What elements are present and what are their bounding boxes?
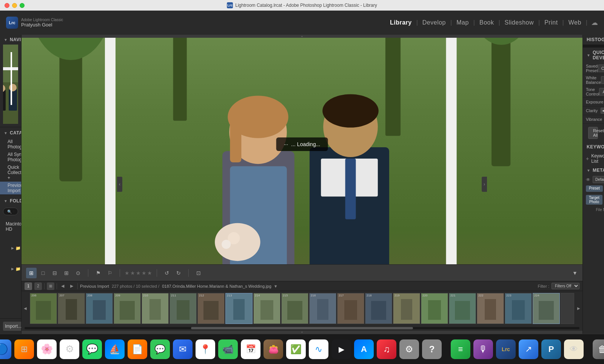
saved-preset-select[interactable]: Custom (598, 65, 604, 72)
dock-facetime[interactable]: 📹 (218, 339, 238, 359)
catalog-item-quick-collection[interactable]: Quick Collection + 7 (0, 163, 21, 182)
unflag-btn[interactable]: ⚐ (105, 268, 115, 278)
folder-item-signature-edits[interactable]: ▶ 📁 1 signature edits raw images 4 (0, 236, 21, 260)
star-4[interactable]: ★ (142, 270, 146, 276)
dock-freeform[interactable]: ∿ (309, 339, 328, 359)
film-thumb-207[interactable]: 207 (58, 293, 85, 324)
minimize-button[interactable] (12, 3, 17, 8)
dock-reminders[interactable]: ✅ (286, 339, 306, 359)
folder-item-march-edit[interactable]: ▶ 📁 march edit folder 13 (0, 260, 21, 278)
dock-mail[interactable]: ✉ (173, 339, 193, 359)
film-thumb-222[interactable]: 222 (477, 293, 504, 324)
grid-view-btn[interactable]: ⊞ (26, 268, 37, 278)
filmstrip-right-arrow[interactable]: ▶ (575, 300, 582, 317)
filmstrip-left-arrow[interactable]: ◀ (22, 300, 29, 317)
dock-appletv[interactable]: ▶ (331, 339, 351, 359)
film-thumb-208[interactable]: 208 (86, 293, 113, 324)
folder-search-input[interactable] (14, 209, 14, 214)
film-thumb-211[interactable]: 211 (169, 293, 197, 324)
dock-messages[interactable]: 💬 (150, 339, 170, 359)
catalog-item-synced[interactable]: All Synced Photographs 0 (0, 151, 21, 163)
scroll-thumb[interactable] (191, 327, 413, 329)
dock-finder[interactable]: 🔵 (0, 339, 11, 359)
dock-numbers[interactable]: ≡ (451, 339, 470, 359)
navigator-header[interactable]: ▼ Navigator FIT 100% 25% ≡ (0, 35, 21, 45)
film-thumb-213[interactable]: 213 (225, 293, 253, 324)
film-thumb-220[interactable]: 220 (421, 293, 448, 324)
dock-maps[interactable]: 📍 (196, 339, 215, 359)
folders-header[interactable]: ▼ Folders + ≡ (0, 196, 21, 206)
crop-btn[interactable]: ⊡ (193, 268, 204, 278)
dock-wallet[interactable]: 👛 (263, 339, 283, 359)
quick-develop-header[interactable]: ▼ Quick Develop ◀ (583, 48, 604, 63)
dock-safari[interactable]: ⛵ (105, 339, 125, 359)
dock-photos[interactable]: 🌸 (37, 339, 57, 359)
filter-select[interactable]: Filters Off (552, 283, 579, 289)
compare-view-btn[interactable]: ⊟ (49, 268, 60, 278)
right-panel-collapse-arrow[interactable]: › (482, 177, 487, 192)
nav-item-library[interactable]: Library (385, 18, 416, 28)
metadata-header[interactable]: ▼ Metadata ◀ (583, 165, 604, 175)
maximize-button[interactable] (20, 3, 25, 8)
star-1[interactable]: ★ (125, 270, 129, 276)
nav-item-book[interactable]: Book (475, 18, 498, 28)
catalog-item-all-photos[interactable]: All Photographs 274 (0, 138, 21, 151)
film-thumb-217[interactable]: 217 (337, 293, 364, 324)
page-2-btn[interactable]: 2 (34, 282, 42, 290)
close-button[interactable] (5, 3, 9, 8)
reset-all-btn[interactable]: Reset All (588, 127, 598, 139)
film-thumb-209[interactable]: 209 (114, 293, 141, 324)
nav-item-map[interactable]: Map (452, 18, 473, 28)
filmstrip-scroll[interactable] (22, 325, 582, 331)
metadata-visibility-icon[interactable]: 👁 (586, 177, 590, 182)
next-photo-btn[interactable]: ▶ (68, 283, 75, 290)
dock-pages[interactable]: 📄 (128, 339, 147, 359)
dock-appstore[interactable]: A (354, 339, 374, 359)
star-3[interactable]: ★ (136, 270, 141, 276)
dock-music[interactable]: ♫ (377, 339, 396, 359)
star-5[interactable]: ★ (147, 270, 152, 276)
film-thumb-219[interactable]: 219 (393, 293, 420, 324)
loupe-view-btn[interactable]: □ (38, 268, 48, 278)
keyword-list-add-icon[interactable]: + (586, 156, 589, 162)
grid-filmstrip-btn[interactable]: ⊞ (47, 282, 54, 290)
breadcrumb-dropdown-icon[interactable]: ▼ (274, 284, 278, 288)
dock-podcasts[interactable]: 🎙 (473, 339, 493, 359)
dock-chrome[interactable]: ⚙ (60, 339, 79, 359)
nav-item-slideshow[interactable]: Slideshow (500, 18, 538, 28)
page-1-btn[interactable]: 1 (25, 282, 32, 290)
dock-trash[interactable]: 🗑 (593, 339, 604, 359)
photo-view[interactable]: ··· ... Loading... (22, 38, 582, 264)
film-thumb-partial[interactable] (561, 293, 574, 324)
drive-item-macintosh-hd[interactable]: Macintosh HD 3.9 / 245 GB ▼ (0, 217, 21, 236)
film-thumb-210[interactable]: 210 (142, 293, 169, 324)
histogram-header[interactable]: Histogram ◀ (583, 35, 604, 45)
film-thumb-224[interactable]: 224 (533, 293, 560, 324)
film-thumb-223[interactable]: 223 (505, 293, 532, 324)
dock-help[interactable]: ? (422, 339, 442, 359)
dock-calendar[interactable]: 📅 (241, 339, 260, 359)
nav-item-print[interactable]: Print (540, 18, 562, 28)
star-2[interactable]: ★ (130, 270, 135, 276)
import-button[interactable]: Import... (3, 322, 22, 331)
bottom-expand-btn[interactable] (22, 331, 582, 334)
catalog-item-previous-import[interactable]: Previous Import 227 (0, 182, 21, 194)
dock-pixelmator[interactable]: P (541, 339, 561, 359)
nav-item-develop[interactable]: Develop (418, 18, 450, 28)
film-thumb-215[interactable]: 215 (281, 293, 308, 324)
dock-lightroom-mobile[interactable]: ↗ (519, 339, 538, 359)
top-expand-btn[interactable] (22, 35, 582, 38)
film-thumb-218[interactable]: 218 (365, 293, 392, 324)
film-thumb-216[interactable]: 216 (309, 293, 336, 324)
film-thumb-212[interactable]: 212 (197, 293, 225, 324)
film-thumb-214[interactable]: 214 (253, 293, 280, 324)
survey-view-btn[interactable]: ⊞ (61, 268, 72, 278)
toolbar-dropdown-btn[interactable]: ▼ (572, 268, 578, 278)
dock-launchpad[interactable]: ⊞ (14, 339, 34, 359)
cloud-icon[interactable]: ☁ (591, 19, 598, 27)
rotate-left-btn[interactable]: ↺ (162, 268, 172, 278)
rotate-right-btn[interactable]: ↻ (173, 268, 184, 278)
flag-btn[interactable]: ⚑ (93, 268, 103, 278)
dock-preview[interactable]: 👁 (564, 339, 584, 359)
white-balance-select[interactable]: As Shot (601, 76, 604, 84)
